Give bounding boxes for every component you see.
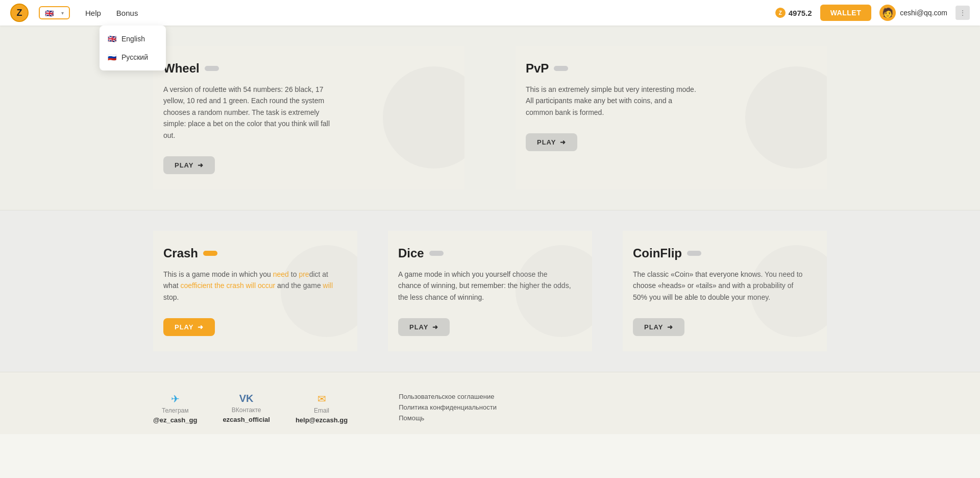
email-label: Email [314,407,329,414]
crash-badge [203,251,217,256]
vk-social: VK ВКонтакте ezcash_official [223,393,270,424]
wheel-badge [205,66,219,71]
language-dropdown: 🇬🇧 English 🇷🇺 Русский [100,26,166,70]
help-footer-link[interactable]: Помощь [399,414,497,422]
flag-ru-icon: 🇷🇺 [108,53,116,61]
avatar: 🧑 [879,5,896,21]
flag-icon: 🇬🇧 [45,9,55,16]
telegram-handle[interactable]: @ez_cash_gg [153,416,197,424]
wheel-description: A version of roulette with 54 numbers: 2… [163,84,337,141]
main-nav: Help Bonus [85,9,138,17]
bottom-games-section: Crash This is a game mode in which you n… [0,210,980,372]
lang-english-label: English [121,35,145,43]
crash-play-button[interactable]: PLAY ➜ [163,318,215,336]
coinflip-badge [687,251,701,256]
email-social: ✉ Email help@ezcash.gg [296,393,348,424]
logo[interactable]: Z [10,4,29,22]
dice-game-card: Dice A game mode in which you yourself c… [388,231,592,351]
arrow-right-icon: ➜ [560,138,566,146]
pvp-game-card: PvP This is an extremely simple but very… [516,46,827,189]
wheel-play-button[interactable]: PLAY ➜ [163,156,215,174]
pvp-description: This is an extremely simple but very int… [526,84,699,118]
coinflip-play-button[interactable]: PLAY ➜ [633,318,684,336]
wallet-button[interactable]: WALLET [820,5,872,21]
header: Z 🇬🇧 ▾ Help Bonus Z 4975.2 WALLET 🧑 cesh… [0,0,980,26]
arrow-right-icon: ➜ [198,161,204,169]
bonus-link[interactable]: Bonus [116,9,138,17]
vk-handle[interactable]: ezcash_official [223,416,270,423]
bottom-games-grid: Crash This is a game mode in which you n… [133,231,847,351]
flag-uk-icon: 🇬🇧 [108,35,116,43]
footer-social: ✈ Телеграм @ez_cash_gg VK ВКонтакте ezca… [153,393,348,424]
footer: ✈ Телеграм @ez_cash_gg VK ВКонтакте ezca… [0,372,980,434]
wheel-bg-circle [383,66,464,169]
footer-inner: ✈ Телеграм @ez_cash_gg VK ВКонтакте ezca… [133,393,847,424]
arrow-right-icon: ➜ [667,323,673,331]
header-right: Z 4975.2 WALLET 🧑 ceshi@qq.com ⋮ [775,5,970,21]
pvp-bg-circle [745,66,827,169]
coinflip-game-card: CoinFlip The classic «Coin» that everyon… [623,231,827,351]
lang-option-russian[interactable]: 🇷🇺 Русский [100,48,166,66]
vk-label: ВКонтакте [232,407,261,414]
arrow-right-icon: ➜ [432,323,438,331]
dice-play-button[interactable]: PLAY ➜ [398,318,450,336]
balance-amount: 4975.2 [789,9,812,17]
telegram-icon: ✈ [171,393,180,405]
footer-links: Пользовательское соглашение Политика кон… [399,393,497,422]
user-info: 🧑 ceshi@qq.com [879,5,947,21]
balance-display: Z 4975.2 [775,8,812,18]
privacy-link[interactable]: Политика конфиденциальности [399,403,497,411]
help-link[interactable]: Help [85,9,101,17]
arrow-right-icon: ➜ [198,323,204,331]
settings-icon[interactable]: ⋮ [955,6,970,20]
top-games-grid: Wheel A version of roulette with 54 numb… [133,46,847,189]
telegram-social: ✈ Телеграм @ez_cash_gg [153,393,197,424]
wheel-game-card: Wheel A version of roulette with 54 numb… [153,46,464,189]
crash-game-card: Crash This is a game mode in which you n… [153,231,357,351]
email-handle[interactable]: help@ezcash.gg [296,416,348,424]
dice-badge [429,251,444,256]
pvp-badge [554,66,568,71]
language-selector[interactable]: 🇬🇧 ▾ [39,6,70,19]
lang-russian-label: Русский [121,53,148,61]
email-icon: ✉ [317,393,326,405]
user-email: ceshi@qq.com [900,9,947,17]
pvp-play-button[interactable]: PLAY ➜ [526,133,577,151]
lang-option-english[interactable]: 🇬🇧 English [100,30,166,48]
chevron-down-icon: ▾ [61,10,64,16]
coin-icon: Z [775,8,786,18]
vk-icon: VK [239,393,254,404]
telegram-label: Телеграм [162,407,189,414]
terms-link[interactable]: Пользовательское соглашение [399,393,497,400]
